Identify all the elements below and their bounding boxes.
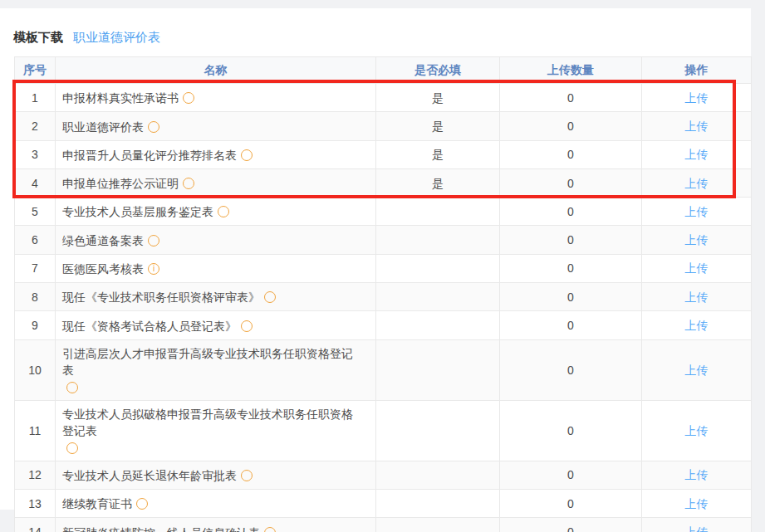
ethics-evaluation-template-link[interactable]: 职业道德评价表 xyxy=(73,27,160,47)
row-upload-count: 0 xyxy=(500,311,642,339)
material-name: 新冠肺炎疫情防控一线人员信息确认表 xyxy=(62,525,260,532)
info-icon[interactable] xyxy=(66,442,78,454)
content-panel: 模板下载 职业道德评价表 序号 名称 是否必填 上传数量 操作 1 申报材料真实… xyxy=(0,8,751,510)
row-number: 1 xyxy=(15,84,56,112)
row-number: 6 xyxy=(15,226,56,254)
table-row: 2 职业道德评价表 是 0 上传 xyxy=(15,112,752,140)
row-name: 申报单位推荐公示证明 xyxy=(56,168,376,197)
upload-link[interactable]: 上传 xyxy=(685,468,709,481)
row-name: 专业技术人员拟破格申报晋升高级专业技术职务任职资格登记表 xyxy=(56,400,376,461)
row-required: 是 xyxy=(376,168,500,197)
row-number: 2 xyxy=(15,112,56,140)
info-icon[interactable] xyxy=(66,382,78,393)
row-name: 新冠肺炎疫情防控一线人员信息确认表 xyxy=(56,518,376,532)
row-number: 4 xyxy=(15,168,56,197)
row-upload-count: 0 xyxy=(500,339,642,400)
info-icon[interactable] xyxy=(241,470,253,481)
row-name: 专业技术人员基层服务鉴定表 xyxy=(56,198,376,226)
row-upload-count: 0 xyxy=(500,461,642,489)
row-upload-count: 0 xyxy=(500,518,642,532)
row-name: 引进高层次人才申报晋升高级专业技术职务任职资格登记表 xyxy=(56,339,376,400)
table-row: 8 现任《专业技术职务任职资格评审表》 0 上传 xyxy=(15,283,752,311)
table-body: 1 申报材料真实性承诺书 是 0 上传 2 职业道德评价表 是 0 上传 3 申… xyxy=(15,84,752,532)
row-required xyxy=(376,400,500,461)
info-icon[interactable] xyxy=(218,206,229,217)
info-icon[interactable] xyxy=(241,149,253,161)
table-row: 1 申报材料真实性承诺书 是 0 上传 xyxy=(15,84,752,112)
row-required xyxy=(376,518,500,532)
upload-materials-table: 序号 名称 是否必填 上传数量 操作 1 申报材料真实性承诺书 是 0 上传 2… xyxy=(14,56,751,532)
template-download-bar: 模板下载 职业道德评价表 xyxy=(13,27,160,47)
upload-link[interactable]: 上传 xyxy=(685,364,709,377)
table-row: 11 专业技术人员拟破格申报晋升高级专业技术职务任职资格登记表 0 上传 xyxy=(15,400,752,461)
row-required xyxy=(376,254,500,282)
table-row: 5 专业技术人员基层服务鉴定表 0 上传 xyxy=(15,198,752,226)
row-number: 10 xyxy=(15,339,56,400)
upload-link[interactable]: 上传 xyxy=(685,290,709,304)
row-name: 专业技术人员延长退休年龄审批表 xyxy=(56,461,376,489)
row-upload-count: 0 xyxy=(500,168,642,197)
row-required xyxy=(376,461,500,489)
table-row: 6 绿色通道备案表 0 上传 xyxy=(15,226,752,254)
upload-link[interactable]: 上传 xyxy=(685,233,709,246)
table-row: 4 申报单位推荐公示证明 是 0 上传 xyxy=(15,168,752,197)
info-icon[interactable]: i xyxy=(148,263,159,275)
upload-link[interactable]: 上传 xyxy=(685,261,709,275)
material-name: 引进高层次人才申报晋升高级专业技术职务任职资格登记表 xyxy=(62,345,358,378)
header-name: 名称 xyxy=(56,57,376,84)
upload-link[interactable]: 上传 xyxy=(685,120,709,133)
table-row: 13 继续教育证书 0 上传 xyxy=(15,489,752,517)
info-icon[interactable] xyxy=(148,121,159,133)
row-number: 3 xyxy=(15,140,56,168)
row-required: 是 xyxy=(376,112,500,140)
material-name: 申报材料真实性承诺书 xyxy=(62,90,179,106)
row-number: 13 xyxy=(15,489,56,517)
info-icon[interactable] xyxy=(241,320,253,332)
table-row: 9 现任《资格考试合格人员登记表》 0 上传 xyxy=(15,311,752,339)
upload-link[interactable]: 上传 xyxy=(685,148,709,161)
row-name: 医德医风考核表i xyxy=(56,254,376,282)
info-icon[interactable] xyxy=(183,178,194,189)
row-upload-count: 0 xyxy=(500,283,642,311)
row-number: 12 xyxy=(15,461,56,489)
row-upload-count: 0 xyxy=(500,489,642,517)
material-name: 现任《专业技术职务任职资格评审表》 xyxy=(62,289,260,305)
material-name: 申报晋升人员量化评分推荐排名表 xyxy=(62,147,237,164)
info-icon[interactable] xyxy=(148,235,159,246)
row-required xyxy=(376,339,500,400)
row-number: 8 xyxy=(15,283,56,311)
row-upload-count: 0 xyxy=(500,226,642,254)
info-icon[interactable] xyxy=(264,291,276,303)
row-upload-count: 0 xyxy=(500,84,642,112)
table-header-row: 序号 名称 是否必填 上传数量 操作 xyxy=(15,57,752,84)
info-icon[interactable] xyxy=(183,92,194,104)
template-download-label: 模板下载 xyxy=(13,27,63,47)
table-row: 7 医德医风考核表i 0 上传 xyxy=(15,254,752,282)
info-icon[interactable] xyxy=(136,498,148,510)
material-name: 专业技术人员延长退休年龄审批表 xyxy=(62,467,237,484)
header-index: 序号 xyxy=(15,57,56,84)
table-row: 12 专业技术人员延长退休年龄审批表 0 上传 xyxy=(15,461,752,489)
row-required xyxy=(376,283,500,311)
row-number: 14 xyxy=(15,518,56,532)
material-name: 绿色通道备案表 xyxy=(62,232,144,249)
header-operation: 操作 xyxy=(642,57,752,84)
upload-link[interactable]: 上传 xyxy=(685,319,709,332)
upload-link[interactable]: 上传 xyxy=(685,497,709,510)
table-row: 10 引进高层次人才申报晋升高级专业技术职务任职资格登记表 0 上传 xyxy=(15,339,752,400)
row-required xyxy=(376,489,500,517)
row-upload-count: 0 xyxy=(500,400,642,461)
row-number: 5 xyxy=(15,198,56,226)
upload-link[interactable]: 上传 xyxy=(685,91,709,105)
row-name: 申报晋升人员量化评分推荐排名表 xyxy=(56,140,376,168)
row-required xyxy=(376,226,500,254)
row-name: 申报材料真实性承诺书 xyxy=(56,84,376,112)
upload-link[interactable]: 上传 xyxy=(685,177,709,190)
row-name: 职业道德评价表 xyxy=(56,112,376,140)
info-icon[interactable] xyxy=(264,527,276,532)
upload-link[interactable]: 上传 xyxy=(685,424,709,437)
row-upload-count: 0 xyxy=(500,254,642,282)
table-row: 14 新冠肺炎疫情防控一线人员信息确认表 0 上传 xyxy=(15,518,752,532)
upload-link[interactable]: 上传 xyxy=(685,205,709,218)
upload-link[interactable]: 上传 xyxy=(685,525,709,532)
